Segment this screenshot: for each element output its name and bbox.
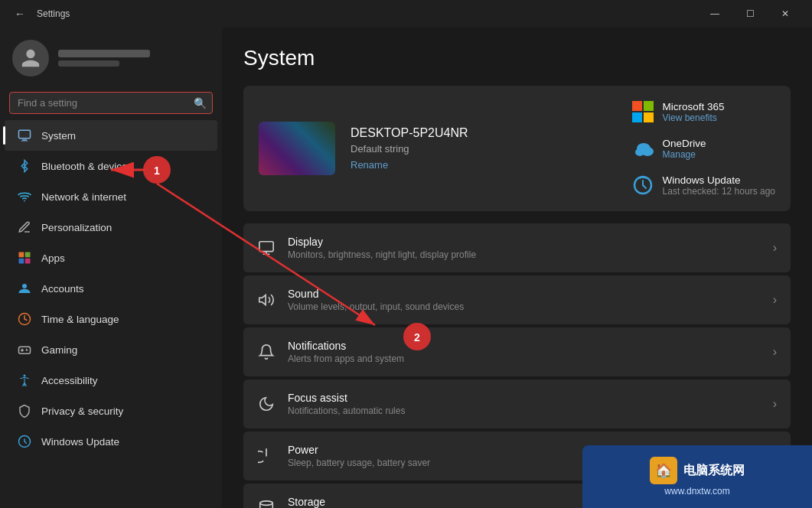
- avatar: [12, 40, 49, 77]
- sound-desc: Volume levels, output, input, sound devi…: [288, 301, 761, 312]
- onedrive-subtitle[interactable]: Manage: [663, 149, 706, 160]
- nav-list: System Bluetooth & devices Network & int…: [0, 120, 222, 457]
- sidebar-item-privacy[interactable]: Privacy & security: [5, 396, 217, 426]
- sidebar-label-accessibility: Accessibility: [41, 375, 205, 386]
- system-icon: [17, 128, 32, 143]
- focusassist-text: Focus assist Notifications, automatic ru…: [288, 392, 761, 416]
- device-image-inner: [259, 122, 335, 175]
- windowsupdate-text: Windows Update Last checked: 12 hours ag…: [663, 174, 775, 197]
- page-title: System: [243, 46, 791, 70]
- sidebar-item-gaming[interactable]: Gaming: [5, 334, 217, 365]
- sound-text: Sound Volume levels, output, input, soun…: [288, 288, 761, 312]
- sidebar-label-system: System: [41, 130, 205, 142]
- svg-point-18: [637, 143, 651, 154]
- device-card: DESKTOP-5P2U4NR Default string Rename: [243, 86, 791, 211]
- sidebar-item-windowsupdate[interactable]: Windows Update: [5, 426, 217, 457]
- user-icon: [20, 47, 41, 69]
- titlebar: ← Settings — ☐ ✕: [0, 0, 812, 28]
- sidebar-label-apps: Apps: [41, 252, 205, 264]
- setting-row-sound[interactable]: Sound Volume levels, output, input, soun…: [243, 275, 791, 324]
- sidebar-item-time[interactable]: Time & language: [5, 304, 217, 334]
- windowsupdate-subtitle: Last checked: 12 hours ago: [663, 186, 775, 197]
- svg-rect-2: [21, 141, 28, 142]
- svg-rect-12: [632, 101, 642, 111]
- device-name: DESKTOP-5P2U4NR: [351, 126, 615, 140]
- svg-rect-14: [632, 112, 642, 122]
- app-body: 🔍 System Bluetooth & devices Network & i…: [0, 28, 812, 508]
- sidebar-label-personalization: Personalization: [41, 222, 205, 233]
- notifications-chevron: ›: [773, 345, 777, 359]
- sidebar-item-bluetooth[interactable]: Bluetooth & devices: [5, 151, 217, 181]
- power-icon: [257, 447, 276, 465]
- device-type: Default string: [351, 143, 615, 155]
- ms365-title: Microsoft 365: [663, 101, 725, 112]
- accessibility-icon: [17, 373, 32, 388]
- user-section[interactable]: [0, 28, 222, 89]
- svg-rect-6: [25, 259, 31, 264]
- search-box: 🔍: [9, 92, 213, 114]
- sidebar-label-bluetooth: Bluetooth & devices: [41, 161, 205, 172]
- focusassist-chevron: ›: [773, 397, 777, 411]
- maximize-button[interactable]: ☐: [732, 0, 768, 28]
- search-icon[interactable]: 🔍: [194, 97, 207, 109]
- svg-point-7: [22, 284, 27, 288]
- windowsupdate-action: Windows Update Last checked: 12 hours ag…: [631, 173, 775, 197]
- sidebar-label-network: Network & internet: [41, 191, 205, 203]
- svg-rect-20: [259, 242, 273, 252]
- main-content: System DESKTOP-5P2U4NR Default string Re…: [222, 28, 812, 508]
- display-icon: [257, 239, 276, 257]
- setting-row-focusassist[interactable]: Focus assist Notifications, automatic ru…: [243, 379, 791, 428]
- sidebar-item-accounts[interactable]: Accounts: [5, 273, 217, 304]
- ms365-subtitle[interactable]: View benefits: [663, 112, 725, 123]
- sidebar-item-system[interactable]: System: [5, 120, 217, 151]
- svg-rect-1: [22, 139, 27, 141]
- setting-row-display[interactable]: Display Monitors, brightness, night ligh…: [243, 223, 791, 272]
- search-input[interactable]: [9, 92, 213, 114]
- onedrive-action: OneDrive Manage: [631, 136, 706, 161]
- device-info: DESKTOP-5P2U4NR Default string Rename: [351, 126, 615, 171]
- rename-button[interactable]: Rename: [351, 159, 615, 171]
- user-name-block: [58, 50, 150, 67]
- sound-chevron: ›: [773, 293, 777, 307]
- focusassist-desc: Notifications, automatic rules: [288, 405, 761, 416]
- sidebar-label-windowsupdate: Windows Update: [41, 436, 205, 448]
- display-text: Display Monitors, brightness, night ligh…: [288, 236, 761, 260]
- notifications-desc: Alerts from apps and system: [288, 353, 761, 364]
- watermark-title: 电脑系统网: [683, 463, 745, 479]
- sidebar-item-network[interactable]: Network & internet: [5, 181, 217, 212]
- accounts-icon: [17, 281, 32, 296]
- ms365-action: Microsoft 365 View benefits: [631, 99, 725, 124]
- user-name-bar2: [58, 60, 119, 67]
- sidebar-item-accessibility[interactable]: Accessibility: [5, 365, 217, 396]
- back-button[interactable]: ←: [9, 3, 31, 24]
- svg-point-22: [260, 501, 273, 506]
- setting-row-notifications[interactable]: Notifications Alerts from apps and syste…: [243, 327, 791, 376]
- notifications-icon: [257, 343, 276, 361]
- svg-rect-13: [644, 101, 654, 111]
- sidebar-item-personalization[interactable]: Personalization: [5, 212, 217, 243]
- sidebar-item-apps[interactable]: Apps: [5, 243, 217, 273]
- svg-rect-3: [19, 252, 24, 258]
- network-icon: [17, 189, 32, 204]
- minimize-button[interactable]: —: [697, 0, 732, 28]
- onedrive-title: OneDrive: [663, 138, 706, 149]
- svg-rect-4: [25, 252, 31, 258]
- watermark-url: www.dnxtw.com: [664, 486, 729, 497]
- windowsupdate-title: Windows Update: [663, 174, 775, 186]
- svg-rect-5: [19, 259, 24, 264]
- svg-rect-15: [644, 112, 654, 122]
- gaming-icon: [17, 342, 32, 357]
- app-title: Settings: [37, 8, 70, 19]
- bluetooth-icon: [17, 158, 32, 174]
- device-image: [259, 122, 335, 175]
- windowsupdate-icon: [17, 434, 32, 449]
- focusassist-title: Focus assist: [288, 392, 761, 404]
- svg-rect-0: [19, 130, 31, 138]
- sidebar-label-accounts: Accounts: [41, 283, 205, 295]
- sound-title: Sound: [288, 288, 761, 300]
- close-button[interactable]: ✕: [768, 0, 803, 28]
- sidebar-label-time: Time & language: [41, 314, 205, 325]
- focusassist-icon: [257, 395, 276, 413]
- sidebar: 🔍 System Bluetooth & devices Network & i…: [0, 28, 222, 508]
- svg-point-10: [24, 375, 26, 377]
